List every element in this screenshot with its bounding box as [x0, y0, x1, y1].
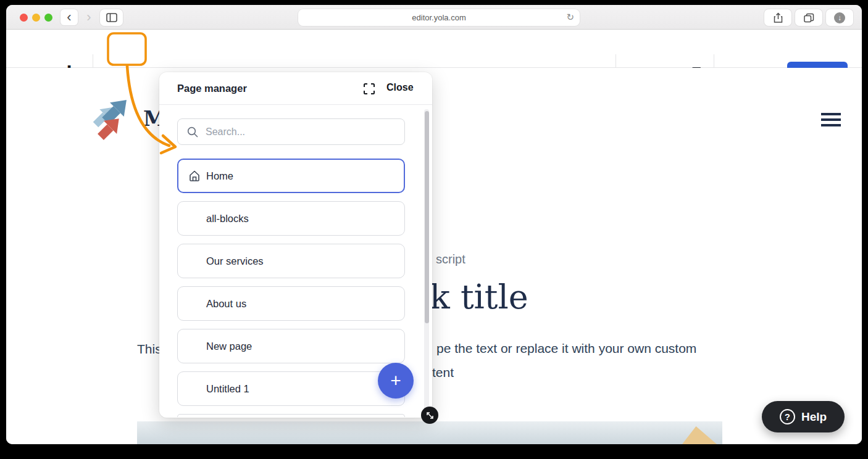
block-title-fragment[interactable]: k title	[430, 278, 528, 316]
downloads-button[interactable]: ↓	[826, 9, 853, 26]
close-window-button[interactable]	[20, 14, 28, 22]
page-item-partial[interactable]	[177, 414, 405, 417]
browser-chrome: ‹ › editor.yola.com ↻ ↓	[6, 5, 862, 30]
zoom-window-button[interactable]	[44, 14, 52, 22]
download-icon: ↓	[834, 12, 845, 23]
share-button[interactable]	[764, 9, 791, 26]
image-detail	[682, 426, 717, 444]
page-item[interactable]: New page	[177, 329, 405, 363]
url-text: editor.yola.com	[412, 13, 465, 22]
search-box[interactable]	[177, 118, 405, 145]
tabs-icon	[804, 13, 814, 23]
sidebar-toggle-button[interactable]	[100, 9, 123, 26]
page-manager-panel: Page manager Close Home all-blocks Our s…	[159, 72, 432, 418]
share-icon	[774, 12, 783, 23]
paragraph-fragment[interactable]: This	[137, 342, 162, 357]
site-logo-arrows-icon[interactable]	[82, 99, 133, 142]
page-item[interactable]: Untitled 1	[177, 371, 405, 406]
page-manager-header: Page manager Close	[159, 72, 432, 105]
search-input[interactable]	[206, 126, 378, 138]
paragraph-fragment[interactable]: pe the text or replace it with your own …	[436, 341, 696, 356]
add-page-button[interactable]: +	[378, 363, 414, 399]
browser-back-button[interactable]: ‹	[61, 9, 78, 25]
expand-icon[interactable]	[363, 83, 375, 95]
editor-toolbar: yola Pages Navigation Design Store Help …	[6, 30, 862, 68]
sidebar-icon	[106, 13, 117, 22]
help-button[interactable]: ? Help	[762, 401, 845, 432]
page-item[interactable]: Our services	[177, 244, 405, 278]
minimize-window-button[interactable]	[32, 14, 40, 22]
page-item-home[interactable]: Home	[177, 159, 405, 193]
browser-window: ‹ › editor.yola.com ↻ ↓ yola Pages Navig…	[6, 5, 862, 444]
page-item[interactable]: About us	[177, 286, 405, 321]
site-canvas: M script k title This pe the text or rep…	[6, 68, 862, 444]
resize-handle[interactable]	[421, 407, 438, 424]
block-subscript-fragment[interactable]: script	[436, 252, 465, 267]
close-button[interactable]: Close	[386, 82, 414, 93]
page-manager-title: Page manager	[177, 83, 247, 94]
browser-forward-button[interactable]: ›	[80, 9, 98, 25]
site-image-strip[interactable]	[137, 421, 722, 444]
panel-scrollbar-thumb[interactable]	[425, 111, 429, 323]
search-icon	[187, 126, 198, 138]
tab-overview-button[interactable]	[795, 9, 822, 26]
paragraph-fragment[interactable]: tent	[432, 365, 454, 380]
address-bar[interactable]: editor.yola.com ↻	[298, 9, 580, 26]
plus-icon: +	[390, 370, 401, 391]
home-icon	[188, 170, 201, 182]
reload-icon[interactable]: ↻	[566, 12, 574, 23]
page-item[interactable]: all-blocks	[177, 201, 405, 236]
site-nav-menu-icon[interactable]	[821, 113, 841, 130]
diagonal-resize-icon	[425, 411, 435, 420]
question-mark-icon: ?	[780, 409, 795, 424]
